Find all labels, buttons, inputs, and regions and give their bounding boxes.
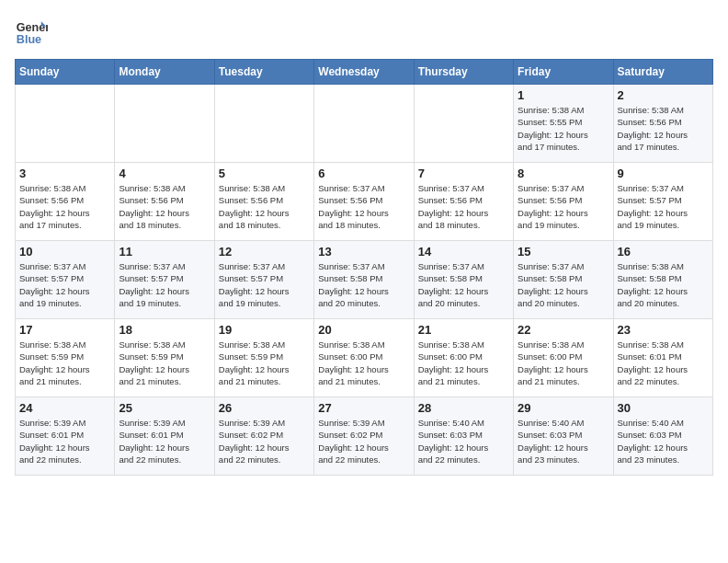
day-info: Sunrise: 5:38 AM Sunset: 5:58 PM Dayligh… <box>618 260 709 309</box>
day-number: 13 <box>318 245 409 259</box>
weekday-header-saturday: Saturday <box>613 60 712 85</box>
day-info: Sunrise: 5:37 AM Sunset: 5:56 PM Dayligh… <box>318 182 409 231</box>
day-number: 26 <box>219 401 310 415</box>
day-number: 18 <box>119 323 210 337</box>
day-info: Sunrise: 5:39 AM Sunset: 6:01 PM Dayligh… <box>119 417 210 465</box>
calendar-cell <box>115 85 214 163</box>
day-info: Sunrise: 5:38 AM Sunset: 6:00 PM Dayligh… <box>518 339 609 387</box>
day-info: Sunrise: 5:37 AM Sunset: 5:58 PM Dayligh… <box>318 260 409 309</box>
day-number: 30 <box>618 401 709 415</box>
day-info: Sunrise: 5:40 AM Sunset: 6:03 PM Dayligh… <box>418 417 509 465</box>
page-header: General Blue <box>15 15 713 48</box>
day-info: Sunrise: 5:38 AM Sunset: 5:56 PM Dayligh… <box>219 182 310 231</box>
calendar-cell: 8Sunrise: 5:37 AM Sunset: 5:56 PM Daylig… <box>514 163 613 241</box>
day-number: 3 <box>19 167 110 180</box>
day-number: 24 <box>19 401 110 415</box>
calendar-cell: 15Sunrise: 5:37 AM Sunset: 5:58 PM Dayli… <box>514 241 613 319</box>
calendar-cell: 29Sunrise: 5:40 AM Sunset: 6:03 PM Dayli… <box>514 397 613 476</box>
day-info: Sunrise: 5:38 AM Sunset: 5:59 PM Dayligh… <box>219 339 310 387</box>
calendar-cell: 17Sunrise: 5:38 AM Sunset: 5:59 PM Dayli… <box>16 319 115 397</box>
day-info: Sunrise: 5:37 AM Sunset: 5:57 PM Dayligh… <box>19 260 110 309</box>
calendar-cell <box>16 85 115 163</box>
day-number: 27 <box>318 401 409 415</box>
calendar-cell: 21Sunrise: 5:38 AM Sunset: 6:00 PM Dayli… <box>414 319 513 397</box>
day-number: 19 <box>219 323 310 337</box>
day-number: 28 <box>418 401 509 415</box>
calendar-cell <box>314 85 414 163</box>
calendar-cell: 19Sunrise: 5:38 AM Sunset: 5:59 PM Dayli… <box>214 319 313 397</box>
weekday-header-monday: Monday <box>115 60 214 85</box>
calendar-cell: 5Sunrise: 5:38 AM Sunset: 5:56 PM Daylig… <box>214 163 313 241</box>
calendar-table: SundayMondayTuesdayWednesdayThursdayFrid… <box>15 59 713 476</box>
day-number: 17 <box>19 323 110 337</box>
day-number: 1 <box>518 88 609 102</box>
calendar-cell: 27Sunrise: 5:39 AM Sunset: 6:02 PM Dayli… <box>314 397 414 476</box>
day-info: Sunrise: 5:37 AM Sunset: 5:57 PM Dayligh… <box>618 182 709 231</box>
calendar-cell: 13Sunrise: 5:37 AM Sunset: 5:58 PM Dayli… <box>314 241 414 319</box>
day-info: Sunrise: 5:40 AM Sunset: 6:03 PM Dayligh… <box>518 417 609 465</box>
calendar-cell: 20Sunrise: 5:38 AM Sunset: 6:00 PM Dayli… <box>314 319 414 397</box>
calendar-cell: 12Sunrise: 5:37 AM Sunset: 5:57 PM Dayli… <box>214 241 313 319</box>
day-number: 22 <box>518 323 609 337</box>
calendar-cell <box>214 85 313 163</box>
logo-icon: General Blue <box>15 15 48 48</box>
day-number: 21 <box>418 323 509 337</box>
calendar-cell: 2Sunrise: 5:38 AM Sunset: 5:56 PM Daylig… <box>613 85 712 163</box>
day-number: 9 <box>618 167 709 180</box>
day-info: Sunrise: 5:37 AM Sunset: 5:57 PM Dayligh… <box>219 260 310 309</box>
day-number: 2 <box>618 88 709 102</box>
calendar-cell: 30Sunrise: 5:40 AM Sunset: 6:03 PM Dayli… <box>613 397 712 476</box>
day-number: 15 <box>518 245 609 259</box>
calendar-cell: 18Sunrise: 5:38 AM Sunset: 5:59 PM Dayli… <box>115 319 214 397</box>
day-info: Sunrise: 5:38 AM Sunset: 5:56 PM Dayligh… <box>618 104 709 153</box>
day-number: 25 <box>119 401 210 415</box>
calendar-cell: 23Sunrise: 5:38 AM Sunset: 6:01 PM Dayli… <box>613 319 712 397</box>
calendar-cell: 14Sunrise: 5:37 AM Sunset: 5:58 PM Dayli… <box>414 241 513 319</box>
day-info: Sunrise: 5:40 AM Sunset: 6:03 PM Dayligh… <box>618 417 709 465</box>
day-info: Sunrise: 5:37 AM Sunset: 5:58 PM Dayligh… <box>518 260 609 309</box>
day-number: 12 <box>219 245 310 259</box>
calendar-cell: 22Sunrise: 5:38 AM Sunset: 6:00 PM Dayli… <box>514 319 613 397</box>
day-info: Sunrise: 5:37 AM Sunset: 5:58 PM Dayligh… <box>418 260 509 309</box>
day-info: Sunrise: 5:39 AM Sunset: 6:01 PM Dayligh… <box>19 417 110 465</box>
day-info: Sunrise: 5:38 AM Sunset: 6:00 PM Dayligh… <box>318 339 409 387</box>
calendar-cell: 10Sunrise: 5:37 AM Sunset: 5:57 PM Dayli… <box>16 241 115 319</box>
day-info: Sunrise: 5:37 AM Sunset: 5:57 PM Dayligh… <box>119 260 210 309</box>
weekday-header-thursday: Thursday <box>414 60 513 85</box>
day-number: 20 <box>318 323 409 337</box>
day-number: 6 <box>318 167 409 180</box>
day-number: 10 <box>19 245 110 259</box>
calendar-cell: 4Sunrise: 5:38 AM Sunset: 5:56 PM Daylig… <box>115 163 214 241</box>
day-info: Sunrise: 5:39 AM Sunset: 6:02 PM Dayligh… <box>318 417 409 465</box>
logo: General Blue <box>15 15 48 48</box>
day-number: 11 <box>119 245 210 259</box>
day-info: Sunrise: 5:38 AM Sunset: 5:55 PM Dayligh… <box>518 104 609 153</box>
calendar-cell: 1Sunrise: 5:38 AM Sunset: 5:55 PM Daylig… <box>514 85 613 163</box>
weekday-header-sunday: Sunday <box>16 60 115 85</box>
calendar-cell: 26Sunrise: 5:39 AM Sunset: 6:02 PM Dayli… <box>214 397 313 476</box>
calendar-cell: 24Sunrise: 5:39 AM Sunset: 6:01 PM Dayli… <box>16 397 115 476</box>
day-info: Sunrise: 5:37 AM Sunset: 5:56 PM Dayligh… <box>418 182 509 231</box>
day-info: Sunrise: 5:37 AM Sunset: 5:56 PM Dayligh… <box>518 182 609 231</box>
svg-text:Blue: Blue <box>17 33 41 46</box>
day-info: Sunrise: 5:38 AM Sunset: 5:56 PM Dayligh… <box>19 182 110 231</box>
calendar-cell: 11Sunrise: 5:37 AM Sunset: 5:57 PM Dayli… <box>115 241 214 319</box>
day-info: Sunrise: 5:38 AM Sunset: 6:00 PM Dayligh… <box>418 339 509 387</box>
day-info: Sunrise: 5:39 AM Sunset: 6:02 PM Dayligh… <box>219 417 310 465</box>
day-info: Sunrise: 5:38 AM Sunset: 6:01 PM Dayligh… <box>618 339 709 387</box>
calendar-cell <box>414 85 513 163</box>
day-number: 5 <box>219 167 310 180</box>
day-info: Sunrise: 5:38 AM Sunset: 5:59 PM Dayligh… <box>19 339 110 387</box>
weekday-header-tuesday: Tuesday <box>214 60 313 85</box>
day-number: 4 <box>119 167 210 180</box>
day-number: 29 <box>518 401 609 415</box>
day-info: Sunrise: 5:38 AM Sunset: 5:59 PM Dayligh… <box>119 339 210 387</box>
day-number: 8 <box>518 167 609 180</box>
day-number: 23 <box>618 323 709 337</box>
calendar-cell: 16Sunrise: 5:38 AM Sunset: 5:58 PM Dayli… <box>613 241 712 319</box>
day-number: 16 <box>618 245 709 259</box>
calendar-cell: 25Sunrise: 5:39 AM Sunset: 6:01 PM Dayli… <box>115 397 214 476</box>
calendar-cell: 28Sunrise: 5:40 AM Sunset: 6:03 PM Dayli… <box>414 397 513 476</box>
day-number: 7 <box>418 167 509 180</box>
calendar-cell: 9Sunrise: 5:37 AM Sunset: 5:57 PM Daylig… <box>613 163 712 241</box>
